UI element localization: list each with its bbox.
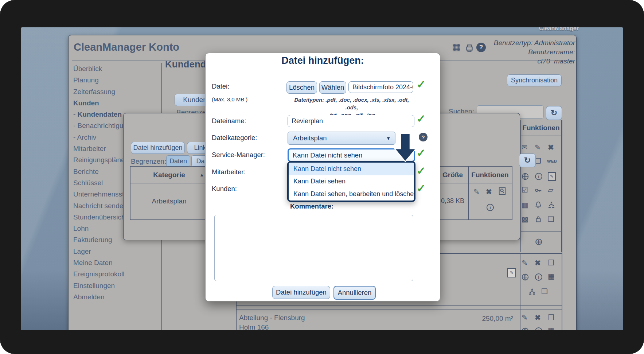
synchronisation-button[interactable]: Synchronisation xyxy=(507,74,562,86)
add-row-icon[interactable]: ⊕ xyxy=(535,237,543,247)
org-people-icon[interactable] xyxy=(547,201,555,209)
file-name-display[interactable]: Bildschirmfoto 2024-06 xyxy=(348,81,413,93)
sidebar-item-mitarbeiter[interactable]: Mitarbeiter xyxy=(73,143,125,154)
row2-pencil-icon[interactable]: ✎ xyxy=(522,259,528,267)
sidebar-item-fakturierung[interactable]: Fakturierung xyxy=(73,234,125,245)
groesse-row-cell: 0,38 KB xyxy=(437,183,469,220)
funktionen-header-files: Funktionen xyxy=(468,166,512,183)
row-divider-2 xyxy=(236,305,562,306)
help-icon[interactable]: ? xyxy=(476,43,486,52)
sidebar-item-lohn[interactable]: Lohn xyxy=(73,223,125,234)
bell-icon[interactable] xyxy=(534,201,542,209)
sidebar-item-berichte[interactable]: Berichte xyxy=(73,166,125,177)
user-name: Benutzername: cl70_master xyxy=(489,47,575,66)
file-delete-icon[interactable]: ✖ xyxy=(486,188,492,195)
sidebar-item-lager[interactable]: Lager xyxy=(73,246,125,257)
envelope-icon[interactable]: ✉ xyxy=(522,144,528,151)
row2-info-icon[interactable]: i xyxy=(535,273,542,281)
key-icon[interactable] xyxy=(534,186,542,194)
dateikategorie-select[interactable]: Arbeitsplan ▼ xyxy=(288,132,395,145)
globe-icon[interactable] xyxy=(521,172,529,180)
dropdown-option-2[interactable]: Kann Datei sehen xyxy=(289,175,414,188)
row2-globe-icon[interactable] xyxy=(521,273,529,281)
dropdown-option-3[interactable]: Kann Datei sehen, bearbeiten und löschen xyxy=(289,188,414,201)
row3-globe-icon[interactable] xyxy=(521,327,529,330)
tab-daten[interactable]: Daten xyxy=(166,155,190,167)
submit-button[interactable]: Datei hinzufügen xyxy=(272,286,330,299)
note-icon[interactable]: ✎ xyxy=(548,172,556,181)
sidebar-item-ereignisprotokoll[interactable]: Ereignisprotokoll xyxy=(73,268,125,280)
file-info-icon[interactable]: i xyxy=(487,204,494,211)
edit-note-icon[interactable]: ✎ xyxy=(507,268,516,277)
row3-box-icon[interactable]: ❒ xyxy=(548,314,554,321)
unlock-icon[interactable] xyxy=(534,215,542,223)
kategorie-help-icon[interactable]: ? xyxy=(419,133,428,141)
delete-icon[interactable]: ✖ xyxy=(548,144,554,151)
caret-down-icon-kategorie: ▼ xyxy=(386,136,391,141)
search-refresh-button[interactable]: ↻ xyxy=(546,106,562,120)
sort-asc-icon: ▲ xyxy=(199,172,204,178)
add-file-button-bg[interactable]: Datei hinzufügen xyxy=(131,142,185,154)
map-icon[interactable]: ▱ xyxy=(548,186,553,194)
sidebar-item-benachrichtigungen[interactable]: - Benachrichtigu xyxy=(73,120,125,131)
documents-icon[interactable]: ❏ xyxy=(548,215,554,223)
row2-box-icon[interactable]: ❒ xyxy=(548,259,554,267)
dateiname-input[interactable]: Revierplan xyxy=(288,115,414,127)
valid-check-icon-ma: ✓ xyxy=(417,164,426,177)
sidebar-item-meine-daten[interactable]: Meine Daten xyxy=(73,257,125,268)
kategorie-header[interactable]: Kategorie ▲ xyxy=(130,166,208,183)
web-icon[interactable]: WEB xyxy=(547,159,557,163)
dateiname-label: Dateiname: xyxy=(212,117,246,125)
sidebar-item-planung[interactable]: Planung xyxy=(73,74,125,86)
sidebar-item-zeiterfassung[interactable]: Zeiterfassung xyxy=(73,86,125,97)
sidebar-item-ueberblick[interactable]: Überblick xyxy=(73,63,125,74)
datei-label: Datei: xyxy=(212,82,229,90)
service-manager-select[interactable]: Kann Datei nicht sehen ▼ xyxy=(288,148,415,162)
sidebar-item-nachricht-senden[interactable]: Nachricht sende xyxy=(73,200,125,211)
sidebar-item-schluessel[interactable]: Schlüssel xyxy=(73,177,125,188)
kommentare-textarea[interactable] xyxy=(214,215,413,281)
mitarbeiter-label: Mitarbeiter: xyxy=(212,168,246,176)
dropdown-option-1[interactable]: Kann Datei nicht sehen xyxy=(289,163,414,175)
sidebar-item-stundenuebersicht[interactable]: Stundenübersich xyxy=(73,211,125,223)
printer-icon[interactable] xyxy=(465,43,474,53)
content-heading: Kundenda xyxy=(165,59,211,70)
sidebar-item-abmelden[interactable]: Abmelden xyxy=(73,291,125,303)
clipboard-check-icon[interactable]: ☑ xyxy=(522,186,528,194)
app-brand: CleanManager xyxy=(503,27,579,32)
desktop-background: CleanManager CleanManager Konto ▦ ? Benu… xyxy=(21,27,623,330)
row-area-value: 250,00 m² xyxy=(452,315,513,323)
caret-down-icon-sm: ▼ xyxy=(405,152,410,158)
table-view-icon[interactable]: ▦ xyxy=(452,42,461,51)
row2-delete-icon[interactable]: ✖ xyxy=(535,259,541,267)
service-manager-label: Service-Manager: xyxy=(212,151,265,159)
calendar-grid-icon[interactable]: ▦ xyxy=(522,201,528,209)
qr-code-icon[interactable]: ▩ xyxy=(522,215,528,223)
groesse-header[interactable]: Größe xyxy=(437,166,469,183)
sidebar-item-kundendaten[interactable]: - Kundendaten xyxy=(73,109,125,120)
sidebar-item-unternehmensstruktur[interactable]: Unternehmensst xyxy=(73,188,125,200)
sidebar-item-archiv[interactable]: - Archiv xyxy=(73,132,125,143)
row3-info-icon[interactable]: i xyxy=(535,327,542,330)
file-edit-icon[interactable]: ✎ xyxy=(473,188,480,195)
loeschen-button[interactable]: Löschen xyxy=(286,81,317,94)
sidebar-item-kunden[interactable]: Kunden xyxy=(73,97,125,109)
table-right-border xyxy=(562,120,562,330)
files-refresh-button[interactable]: ↻ xyxy=(519,153,536,167)
row3-pencil-icon[interactable]: ✎ xyxy=(522,314,528,321)
row-divider-3 xyxy=(236,310,562,310)
highlighter-icon[interactable]: ✎ xyxy=(535,144,541,151)
waehlen-button[interactable]: Wählen xyxy=(319,81,346,94)
sidebar-item-reinigungsplaene[interactable]: Reinigungspläne xyxy=(73,154,125,166)
row2-people-icon[interactable] xyxy=(528,288,536,296)
row3-delete-icon[interactable]: ✖ xyxy=(535,314,541,321)
file-preview-icon[interactable] xyxy=(498,187,506,195)
row3-grid-icon[interactable]: ▦ xyxy=(548,327,555,330)
cancel-button[interactable]: Annullieren xyxy=(333,286,376,300)
info-icon[interactable]: i xyxy=(535,173,542,180)
sidebar-item-einstellungen[interactable]: Einstellungen xyxy=(73,280,125,291)
dateikategorie-label: Dateikategorie: xyxy=(212,134,257,142)
row2-grid-icon[interactable]: ▦ xyxy=(548,273,555,280)
service-manager-dropdown: Kann Datei nicht sehen Kann Datei sehen … xyxy=(287,161,415,202)
row2-docs-icon[interactable]: ❏ xyxy=(541,288,548,295)
